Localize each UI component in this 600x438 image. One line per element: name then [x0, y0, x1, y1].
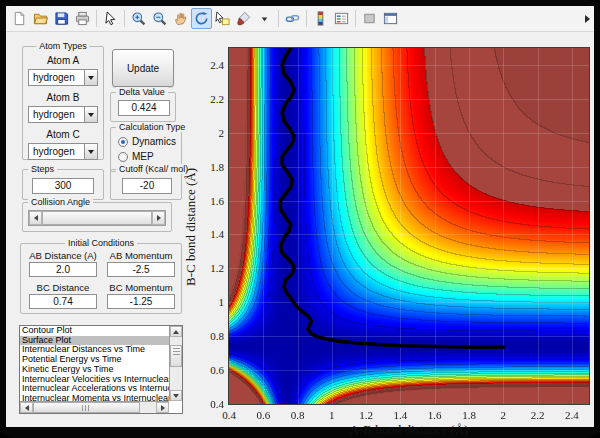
pan-button[interactable] — [170, 8, 191, 29]
list-item[interactable]: Internuclear Distances vs Time — [20, 345, 169, 355]
open-folder-icon — [33, 11, 48, 26]
insert-colorbar-button[interactable] — [310, 8, 331, 29]
init-label-2: AB Momentum — [107, 250, 175, 261]
zoom-in-button[interactable] — [128, 8, 149, 29]
atom-label-2: Atom B — [23, 92, 103, 103]
collision-angle-title: Collision Angle — [28, 197, 93, 207]
y-tick-label: 0.6 — [198, 364, 224, 376]
radio-option-mep[interactable]: MEP — [118, 151, 181, 162]
toolbar-overflow-icon[interactable] — [585, 15, 590, 23]
scroll-left-arrow[interactable] — [20, 402, 33, 413]
atom-dropdown-1[interactable]: hydrogen — [28, 69, 98, 86]
brush-icon — [236, 11, 251, 26]
zoom-out-icon — [152, 11, 167, 26]
x-tick-label: 0.6 — [246, 409, 280, 421]
dropdown-arrow-icon[interactable] — [84, 107, 97, 122]
init-label-4: BC Momentum — [107, 282, 175, 293]
x-tick-label: 2.4 — [555, 409, 589, 421]
init-field-2[interactable]: -2.5 — [107, 262, 175, 277]
slider-left-arrow[interactable] — [29, 211, 42, 225]
data-cursor-icon — [215, 11, 230, 26]
link-icon — [285, 11, 300, 26]
list-item[interactable]: Surface Plot — [20, 336, 169, 346]
scroll-right-arrow[interactable] — [156, 402, 169, 413]
x-tick-label: 1.6 — [418, 409, 452, 421]
listbox-vertical-scrollbar[interactable] — [169, 326, 182, 401]
vertical-scroll-thumb[interactable] — [170, 345, 182, 367]
list-item[interactable]: Contour Plot — [20, 326, 169, 336]
scroll-down-arrow[interactable] — [170, 390, 182, 401]
contour-plot-axes: A-B bond distance (Å) B-C bond distance … — [229, 48, 589, 404]
collision-angle-slider[interactable] — [28, 210, 166, 226]
brush-dropdown-button[interactable] — [254, 8, 275, 29]
atom-dropdown-value-3: hydrogen — [33, 146, 75, 157]
radio-option-dynamics[interactable]: Dynamics — [118, 136, 181, 147]
save-floppy-icon — [54, 11, 69, 26]
list-item[interactable]: Potential Energy vs Time — [20, 355, 169, 365]
zoom-out-button[interactable] — [149, 8, 170, 29]
dropdown-arrow-icon[interactable] — [84, 70, 97, 85]
init-label-1: AB Distance (A) — [29, 250, 97, 261]
list-item[interactable]: Internuclear Accelerations vs Internucle… — [20, 384, 169, 394]
printer-icon — [75, 11, 90, 26]
x-tick-label: 2.2 — [521, 409, 555, 421]
app-window-frame: { "toolbar": { "buttons": [ {"name":"new… — [0, 0, 600, 438]
new-figure-button[interactable] — [9, 8, 30, 29]
update-button[interactable]: Update — [112, 49, 174, 87]
delta-value-title: Delta Value — [116, 87, 168, 97]
init-field-3[interactable]: 0.74 — [29, 294, 97, 309]
plot-type-listbox[interactable]: Contour PlotSurface PlotInternuclear Dis… — [19, 325, 183, 414]
radio-label: MEP — [132, 151, 154, 162]
atom-types-panel: Atom Types Atom AhydrogenAtom BhydrogenA… — [22, 46, 104, 160]
cursor-arrow-icon — [103, 11, 118, 26]
init-field-4[interactable]: -1.25 — [107, 294, 175, 309]
figure-toolbar — [6, 6, 594, 32]
horizontal-scroll-thumb[interactable] — [33, 402, 140, 413]
y-tick-label: 1.4 — [198, 228, 224, 240]
calculation-type-title: Calculation Type — [116, 122, 188, 132]
radio-unselected-icon[interactable] — [118, 152, 128, 162]
save-figure-button[interactable] — [51, 8, 72, 29]
list-item[interactable]: Internuclear Velocities vs Internuclear … — [20, 375, 169, 385]
atom-dropdown-2[interactable]: hydrogen — [28, 106, 98, 123]
cutoff-field[interactable]: -20 — [122, 178, 172, 194]
rotate-3d-button[interactable] — [191, 8, 212, 29]
brush-button[interactable] — [233, 8, 254, 29]
link-plot-button[interactable] — [282, 8, 303, 29]
list-item[interactable]: Internuclear Momenta vs Internuclear Dis… — [20, 394, 169, 401]
x-axis-label: A-B bond distance (Å) — [229, 422, 589, 438]
atom-dropdown-3[interactable]: hydrogen — [28, 143, 98, 160]
legend-icon — [334, 11, 349, 26]
toolbar-separator — [355, 10, 356, 27]
list-item[interactable]: Kinetic Energy vs Time — [20, 365, 169, 375]
atom-label-1: Atom A — [23, 55, 103, 66]
delta-value-field[interactable]: 0.424 — [118, 100, 170, 116]
listbox-horizontal-scrollbar[interactable] — [20, 401, 169, 413]
data-cursor-button[interactable] — [212, 8, 233, 29]
slider-thumb[interactable] — [42, 211, 152, 225]
x-tick-label: 0.4 — [212, 409, 246, 421]
print-figure-button[interactable] — [72, 8, 93, 29]
scroll-up-arrow[interactable] — [170, 326, 182, 337]
zoom-in-icon — [131, 11, 146, 26]
initial-conditions-panel: Initial Conditions AB Distance (A)2.0AB … — [20, 243, 182, 314]
open-file-button[interactable] — [30, 8, 51, 29]
edit-plot-button[interactable] — [100, 8, 121, 29]
radio-label: Dynamics — [132, 136, 176, 147]
pes-contour-canvas[interactable] — [229, 48, 589, 404]
y-tick-label: 2 — [198, 127, 224, 139]
hand-icon — [173, 11, 188, 26]
cutoff-panel: Cutoff (Kcal/ mol) -20 — [110, 169, 182, 200]
slider-right-arrow[interactable] — [152, 211, 165, 225]
init-field-1[interactable]: 2.0 — [29, 262, 97, 277]
dropdown-arrow-icon[interactable] — [84, 144, 97, 159]
hide-plot-tools-button[interactable] — [359, 8, 380, 29]
insert-legend-button[interactable] — [331, 8, 352, 29]
rotate-icon — [194, 11, 209, 26]
steps-field[interactable]: 300 — [32, 178, 94, 194]
y-tick-label: 0.4 — [198, 398, 224, 410]
y-axis-label: B-C bond distance (Å) — [183, 49, 199, 405]
radio-selected-icon[interactable] — [118, 137, 128, 147]
show-plot-tools-button[interactable] — [380, 8, 401, 29]
x-tick-label: 2 — [486, 409, 520, 421]
